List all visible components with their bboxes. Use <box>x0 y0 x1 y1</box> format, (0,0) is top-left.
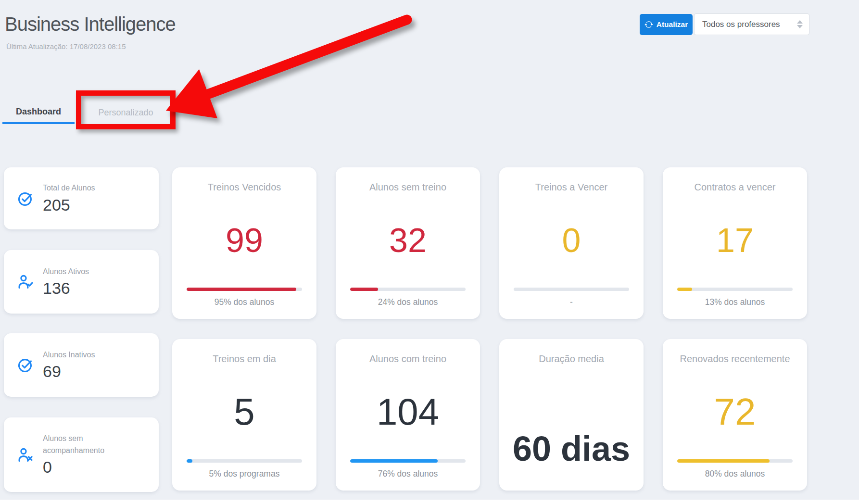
metric-caption: 13% dos alunos <box>705 297 765 307</box>
metric-title: Treinos a Vencer <box>535 182 607 193</box>
metric-card-treinos-em-dia: Treinos em dia 5 5% dos programas <box>172 339 316 491</box>
metric-caption: 24% dos alunos <box>378 297 438 307</box>
person-check-icon <box>17 273 34 290</box>
summary-label: Alunos Ativos <box>43 266 89 278</box>
refresh-icon <box>644 20 653 29</box>
professor-filter-value: Todos os professores <box>702 20 780 29</box>
metric-caption: 5% dos programas <box>209 469 280 479</box>
summary-card-alunos-sem-acompanhamento: Alunos sem acompanhamento 0 <box>4 417 159 492</box>
progress-fill <box>187 288 296 291</box>
page-title: Business Intelligence <box>5 13 176 35</box>
progress-bar <box>350 459 466 463</box>
summary-label: Total de Alunos <box>43 182 95 194</box>
summary-card-alunos-ativos: Alunos Ativos 136 <box>4 250 159 314</box>
refresh-button-label: Atualizar <box>657 20 688 29</box>
progress-fill <box>350 288 378 291</box>
metric-value: 99 <box>226 193 263 288</box>
progress-bar <box>187 459 302 463</box>
annotation-highlight-box <box>76 90 176 129</box>
chevron-up-down-icon <box>797 20 803 28</box>
summary-card-total-de-alunos: Total de Alunos 205 <box>4 167 159 229</box>
progress-bar <box>350 288 466 291</box>
refresh-button[interactable]: Atualizar <box>640 14 693 35</box>
progress-fill <box>187 459 192 463</box>
metric-value: 104 <box>377 365 439 459</box>
person-x-icon <box>17 446 34 464</box>
professor-filter-dropdown[interactable]: Todos os professores <box>694 13 809 35</box>
metric-caption: 76% dos alunos <box>378 469 438 479</box>
progress-fill <box>350 459 438 463</box>
business-intelligence-dashboard: Business Intelligence Última Atualização… <box>0 0 859 504</box>
metric-title: Contratos a vencer <box>695 182 776 193</box>
metric-title: Treinos em dia <box>213 353 276 365</box>
summary-value: 205 <box>43 196 95 214</box>
metric-card-treinos-a-vencer: Treinos a Vencer 0 - <box>499 167 644 319</box>
summary-value: 0 <box>43 458 137 477</box>
metric-value: 0 <box>562 193 581 288</box>
metric-value: 32 <box>389 193 427 288</box>
metric-card-treinos-vencidos: Treinos Vencidos 99 95% dos alunos <box>172 167 316 319</box>
metric-value: 17 <box>716 193 754 288</box>
metric-title: Treinos Vencidos <box>208 182 281 193</box>
metric-card-duracao-media: Duração media 60 dias <box>499 339 644 491</box>
metric-card-renovados-recentemente: Renovados recentemente 72 80% dos alunos <box>663 339 807 491</box>
progress-bar <box>677 459 793 463</box>
metric-cards-grid: Treinos Vencidos 99 95% dos alunos Aluno… <box>172 167 807 491</box>
metric-title: Alunos sem treino <box>369 182 446 193</box>
summary-value: 69 <box>43 362 95 381</box>
progress-bar <box>514 288 629 291</box>
metric-title: Renovados recentemente <box>680 353 790 365</box>
metric-caption: 95% dos alunos <box>215 297 275 307</box>
progress-bar <box>677 288 793 291</box>
bottom-strip <box>0 500 859 504</box>
metric-value: 60 dias <box>513 429 630 468</box>
metric-value: 72 <box>714 365 756 459</box>
check-circle-icon <box>17 356 34 374</box>
progress-fill <box>677 288 692 291</box>
summary-label: Alunos Inativos <box>43 349 95 361</box>
summary-card-alunos-inativos: Alunos Inativos 69 <box>4 333 159 397</box>
progress-fill <box>677 459 770 463</box>
tab-dashboard-label: Dashboard <box>16 107 61 117</box>
metric-title: Duração media <box>539 353 604 365</box>
metric-caption: - <box>570 297 573 307</box>
summary-label: Alunos sem acompanhamento <box>43 433 137 457</box>
metric-value: 5 <box>234 365 254 459</box>
last-update-text: Última Atualização: 17/08/2023 08:15 <box>6 42 126 50</box>
metric-card-alunos-com-treino: Alunos com treino 104 76% dos alunos <box>336 339 480 491</box>
tab-dashboard[interactable]: Dashboard <box>2 101 75 124</box>
metric-caption: 80% dos alunos <box>705 469 765 479</box>
check-circle-icon <box>17 190 34 207</box>
summary-value: 136 <box>43 279 89 298</box>
metric-title: Alunos com treino <box>369 353 446 365</box>
progress-bar <box>187 288 302 291</box>
metric-card-alunos-sem-treino: Alunos sem treino 32 24% dos alunos <box>336 167 480 319</box>
metric-card-contratos-a-vencer: Contratos a vencer 17 13% dos alunos <box>663 167 807 319</box>
